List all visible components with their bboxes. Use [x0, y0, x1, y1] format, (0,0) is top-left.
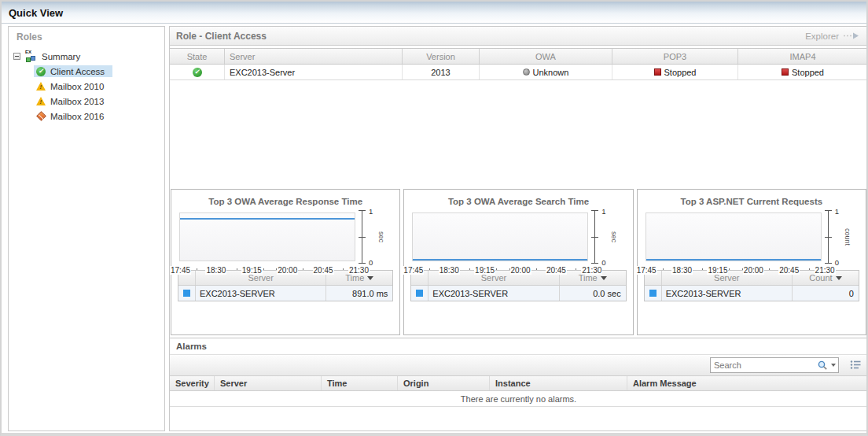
plot-canvas: [179, 212, 355, 261]
pop3-status-label: Stopped: [664, 68, 697, 77]
alarms-search-box: [710, 357, 839, 373]
chart-owa-search-time: Top 3 OWA Average Search Time 1 0 sec 17…: [403, 189, 633, 335]
x-axis-tick-label: 20:00: [277, 266, 298, 275]
server-name-cell: EXC2013-Server: [225, 65, 403, 79]
chart-plot-area: 1 0 count 17:4518:3019:1520:0020:4521:30: [638, 208, 866, 280]
owa-status-cell: Unknown: [480, 65, 612, 79]
explorer-link-label: Explorer: [805, 31, 839, 41]
x-axis-tick-label: 17:45: [170, 266, 191, 275]
legend-server-name: EXC2013-SERVER: [662, 286, 793, 301]
tree-item-label: Summary: [42, 52, 80, 61]
legend-table-row[interactable]: EXC2013-SERVER 0.0 sec: [411, 286, 625, 301]
legend-table-row[interactable]: EXC2013-SERVER 891.0 ms: [178, 286, 392, 301]
x-axis-tick-label: 21:30: [815, 266, 836, 275]
x-axis-tick-label: 19:15: [241, 266, 263, 275]
window-titlebar: Quick View: [2, 2, 866, 24]
y-axis-max-label: 1: [369, 207, 373, 216]
alarms-panel: Alarms Severity Server Time: [170, 338, 867, 430]
charts-row: Top 3 OWA Average Response Time 1 0 sec …: [170, 189, 867, 335]
x-axis-tick-label: 21:30: [581, 266, 602, 275]
legend-value: 0: [793, 289, 859, 298]
client-access-server-table: State Server Version OWA POP3 IMAP4 EXC2…: [170, 48, 867, 80]
status-critical-icon: [35, 111, 46, 121]
version-cell: 2013: [403, 65, 480, 79]
legend-server-name: EXC2013-SERVER: [196, 286, 326, 301]
y-axis: 1 0 count: [823, 210, 858, 264]
panel-header: Role - Client Access Explorer: [170, 27, 867, 46]
tree-item-client-access[interactable]: Client Access: [13, 64, 164, 79]
quick-view-window: Quick View Roles Summary Client Access: [0, 0, 868, 436]
x-axis-tick-label: 20:00: [510, 266, 531, 275]
x-axis-tick-label: 21:30: [348, 266, 370, 275]
alarms-table-header: Severity Server Time Origin Instance Ala…: [170, 376, 867, 391]
sort-desc-icon: [836, 276, 842, 280]
legend-value: 0.0 sec: [560, 289, 626, 298]
x-axis-tick-label: 18:30: [205, 266, 226, 275]
column-header-severity[interactable]: Severity: [170, 376, 215, 390]
legend-value: 891.0 ms: [326, 289, 392, 298]
tree-item-mailbox-2013[interactable]: Mailbox 2013: [13, 94, 164, 109]
imap4-status-cell: Stopped: [738, 65, 867, 79]
search-icon[interactable]: [817, 360, 829, 371]
series-line: [180, 218, 355, 220]
roles-panel: Roles Summary Client Access Mailbox 2010: [8, 26, 165, 431]
page-title: Quick View: [9, 7, 63, 19]
role-client-access-panel: Role - Client Access Explorer State Serv…: [169, 26, 868, 431]
panel-title: Role - Client Access: [176, 31, 267, 42]
legend-table-row[interactable]: EXC2013-SERVER 0: [645, 286, 859, 301]
alarms-panel-title: Alarms: [170, 338, 867, 355]
tree-item-summary[interactable]: Summary: [13, 49, 164, 64]
chart-plot-area: 1 0 sec 17:4518:3019:1520:0020:4521:30: [404, 208, 632, 280]
roles-panel-title: Roles: [9, 27, 164, 49]
plot-canvas: [645, 212, 822, 261]
sort-desc-icon: [367, 276, 373, 280]
roles-tree: Summary Client Access Mailbox 2010 Mailb…: [9, 49, 164, 124]
legend-server-name: EXC2013-SERVER: [428, 286, 559, 301]
column-header-version[interactable]: Version: [403, 49, 480, 64]
search-input[interactable]: [714, 359, 807, 371]
chart-plot-area: 1 0 sec 17:4518:3019:1520:0020:4521:30: [171, 208, 399, 280]
search-options-caret-icon[interactable]: [831, 364, 836, 367]
x-axis-tick-label: 20:45: [546, 266, 567, 275]
status-warning-icon: [35, 96, 46, 106]
explorer-arrow-icon: [844, 32, 859, 39]
alarms-empty-message: There are currently no alarms.: [170, 391, 867, 407]
x-axis-tick-label: 18:30: [671, 266, 693, 275]
column-header-server[interactable]: Server: [215, 376, 322, 390]
server-table-row[interactable]: EXC2013-Server 2013 Unknown Stopped Stop…: [170, 65, 867, 80]
y-axis-unit-label: sec: [377, 231, 385, 242]
x-axis-tick-label: 17:45: [403, 266, 424, 275]
series-line: [646, 259, 821, 260]
column-header-time[interactable]: Time: [322, 376, 398, 390]
y-axis: 1 0 sec: [590, 210, 624, 264]
column-header-instance[interactable]: Instance: [490, 376, 627, 390]
plot-canvas: [412, 212, 588, 261]
series-swatch-icon: [183, 290, 190, 297]
y-axis-max-label: 1: [601, 207, 605, 216]
state-ok-icon: [192, 67, 203, 77]
chart-legend-table: Server Count EXC2013-SERVER 0: [644, 270, 859, 301]
series-swatch-icon: [416, 290, 423, 297]
collapse-expander-icon[interactable]: [13, 53, 20, 60]
column-header-imap4[interactable]: IMAP4: [738, 49, 867, 64]
pop3-status-cell: Stopped: [612, 65, 738, 79]
tree-item-label: Mailbox 2013: [50, 97, 104, 106]
owa-status-label: Unknown: [533, 68, 569, 77]
chart-title: Top 3 ASP.NET Current Requests: [638, 190, 866, 206]
chart-title: Top 3 OWA Average Response Time: [171, 190, 399, 206]
column-header-origin[interactable]: Origin: [398, 376, 490, 390]
series-line: [413, 259, 587, 260]
explorer-link[interactable]: Explorer: [805, 31, 859, 41]
column-header-pop3[interactable]: POP3: [612, 49, 738, 64]
y-axis-max-label: 1: [835, 207, 839, 216]
status-stopped-icon: [782, 68, 789, 76]
customize-columns-icon[interactable]: [850, 360, 861, 370]
column-header-owa[interactable]: OWA: [480, 49, 612, 64]
tree-item-mailbox-2016[interactable]: Mailbox 2016: [13, 109, 164, 124]
tree-item-mailbox-2010[interactable]: Mailbox 2010: [13, 79, 164, 94]
series-swatch-icon: [649, 290, 657, 297]
column-header-alarm-message[interactable]: Alarm Message: [627, 376, 867, 390]
tree-item-label: Mailbox 2016: [50, 112, 104, 121]
column-header-state[interactable]: State: [170, 49, 225, 64]
column-header-server[interactable]: Server: [225, 49, 403, 64]
